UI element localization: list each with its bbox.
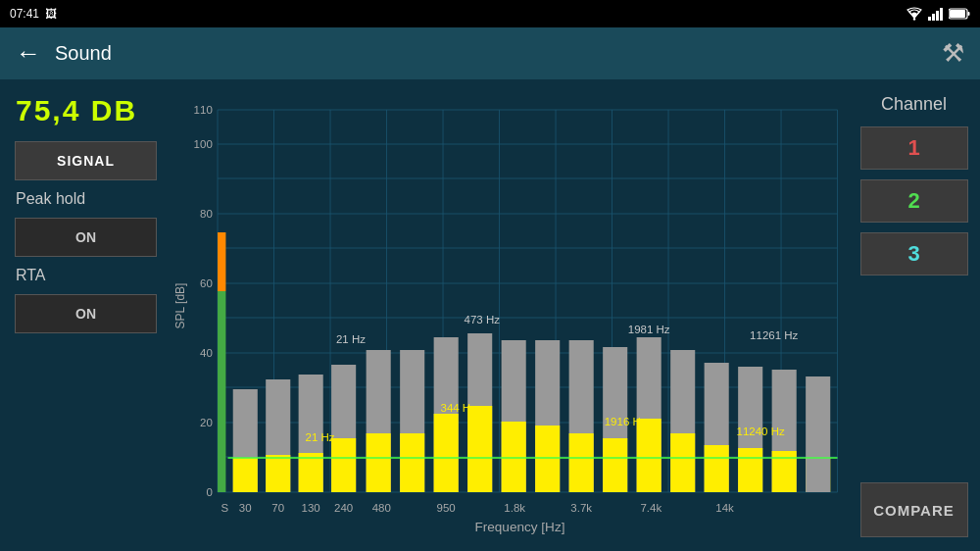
svg-rect-44: [233, 458, 258, 492]
channel-label: Channel: [881, 94, 947, 115]
svg-text:30: 30: [239, 502, 252, 514]
status-time: 07:41: [10, 7, 39, 21]
svg-text:Frequency [Hz]: Frequency [Hz]: [474, 520, 564, 534]
channel-1-button[interactable]: 1: [860, 126, 968, 170]
svg-text:950: 950: [437, 502, 456, 514]
status-left: 07:41 🖼: [10, 7, 57, 21]
svg-text:240: 240: [334, 502, 353, 514]
status-right: [906, 7, 970, 21]
svg-rect-7: [968, 12, 970, 16]
channel-3-button[interactable]: 3: [860, 232, 968, 276]
svg-text:60: 60: [200, 277, 213, 289]
svg-rect-4: [940, 8, 943, 21]
svg-rect-3: [936, 11, 939, 21]
svg-rect-2: [932, 14, 935, 21]
compare-button[interactable]: COMPARE: [860, 482, 968, 537]
svg-text:1981 Hz: 1981 Hz: [628, 324, 670, 335]
top-bar-left: ← Sound: [16, 38, 112, 69]
svg-text:80: 80: [200, 208, 213, 220]
svg-text:7.4k: 7.4k: [640, 502, 662, 514]
svg-rect-46: [266, 455, 290, 492]
rta-toggle[interactable]: ON: [15, 294, 157, 333]
svg-rect-41: [218, 232, 225, 291]
chart-svg-wrap: 0 20 40 60 80 100 110 SPL [dB]: [172, 80, 848, 551]
svg-text:70: 70: [271, 502, 284, 514]
svg-text:21 Hz: 21 Hz: [306, 431, 335, 443]
main-content: 75,4 DB SIGNAL Peak hold ON RTA ON: [0, 80, 980, 551]
svg-text:1916 Hz: 1916 Hz: [605, 416, 647, 427]
svg-text:480: 480: [372, 502, 391, 514]
svg-rect-64: [569, 433, 594, 492]
svg-text:3.7k: 3.7k: [570, 502, 592, 514]
svg-text:SPL [dB]: SPL [dB]: [172, 283, 186, 329]
svg-rect-78: [806, 376, 830, 492]
svg-text:14k: 14k: [715, 502, 734, 514]
channel-2-button[interactable]: 2: [860, 179, 968, 223]
svg-rect-48: [299, 453, 323, 492]
svg-text:40: 40: [200, 347, 213, 359]
svg-rect-50: [331, 438, 356, 492]
chart-svg: 0 20 40 60 80 100 110 SPL [dB]: [172, 80, 848, 551]
signal-button[interactable]: SIGNAL: [15, 141, 157, 180]
svg-text:344 Hz: 344 Hz: [441, 402, 477, 414]
svg-text:21 Hz: 21 Hz: [336, 333, 366, 345]
status-bar: 07:41 🖼: [0, 0, 980, 27]
wifi-icon: [906, 7, 923, 21]
svg-text:110: 110: [194, 104, 213, 116]
right-panel: Channel 1 2 3 COMPARE: [848, 80, 980, 551]
db-display: 75,4 DB: [12, 94, 137, 127]
svg-rect-1: [928, 17, 931, 21]
svg-rect-60: [502, 422, 526, 492]
svg-rect-6: [950, 10, 965, 18]
svg-point-0: [913, 18, 915, 20]
signal-icon: [927, 7, 945, 21]
svg-text:130: 130: [302, 502, 320, 514]
svg-text:11240 Hz: 11240 Hz: [737, 426, 786, 437]
svg-rect-56: [434, 414, 459, 492]
settings-icon[interactable]: ⚒: [942, 38, 964, 69]
screenshot-icon: 🖼: [45, 7, 57, 21]
svg-text:11261 Hz: 11261 Hz: [750, 329, 799, 341]
svg-text:0: 0: [206, 486, 212, 498]
chart-area: 0 20 40 60 80 100 110 SPL [dB]: [172, 80, 848, 551]
svg-text:S: S: [221, 502, 229, 514]
svg-text:20: 20: [200, 417, 213, 428]
svg-text:473 Hz: 473 Hz: [465, 314, 501, 326]
rta-label: RTA: [12, 267, 46, 284]
svg-rect-74: [738, 448, 762, 492]
svg-rect-68: [637, 419, 662, 492]
svg-text:1.8k: 1.8k: [504, 502, 525, 514]
svg-rect-70: [670, 433, 695, 492]
svg-rect-62: [535, 426, 560, 492]
svg-rect-42: [218, 291, 225, 492]
svg-rect-58: [467, 406, 492, 492]
peak-hold-toggle[interactable]: ON: [15, 218, 157, 257]
page-title: Sound: [55, 42, 112, 65]
svg-rect-54: [400, 433, 424, 492]
left-panel: 75,4 DB SIGNAL Peak hold ON RTA ON: [0, 80, 172, 551]
svg-rect-52: [367, 433, 391, 492]
top-bar: ← Sound ⚒: [0, 27, 980, 80]
svg-rect-66: [603, 438, 627, 492]
svg-rect-72: [705, 445, 729, 492]
svg-text:100: 100: [194, 138, 213, 150]
battery-icon: [949, 8, 970, 20]
back-button[interactable]: ←: [16, 38, 41, 69]
peak-hold-label: Peak hold: [12, 190, 85, 208]
